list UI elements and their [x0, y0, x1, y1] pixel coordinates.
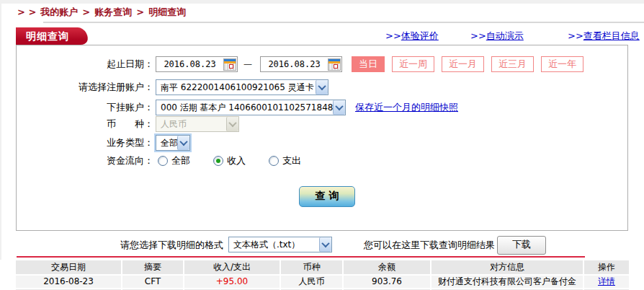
experience-feedback-link[interactable]: >>体验评价 [385, 30, 439, 43]
breadcrumb-account-query[interactable]: 账务查询 [94, 6, 132, 17]
breadcrumb-separator: > [82, 6, 90, 17]
link-prefix: >> [470, 30, 486, 41]
breadcrumb-my-account[interactable]: 我的账户 [40, 6, 78, 17]
fund-flow-option-all[interactable]: 全部 [158, 154, 190, 167]
quick-range-month-button[interactable]: 近一月 [442, 56, 484, 72]
tab-detail-query: 明细查询 [16, 27, 75, 45]
auto-demo-link[interactable]: >>自动演示 [470, 30, 524, 43]
breadcrumb-separator: > [136, 6, 144, 17]
chevron-down-icon[interactable] [177, 136, 189, 150]
link-prefix: >> [568, 30, 583, 41]
breadcrumb-prefix: > > [17, 6, 36, 17]
download-button[interactable]: 下载 [497, 236, 546, 255]
currency-select: 人民币 [156, 116, 239, 132]
chevron-down-icon[interactable] [333, 100, 345, 115]
top-edge-strip [0, 0, 644, 4]
calendar-icon[interactable] [328, 58, 341, 71]
download-format-label: 请您选择下载明细的格式 [0, 239, 223, 252]
quick-range-quarter-button[interactable]: 近三月 [491, 56, 534, 72]
chevron-down-icon [226, 117, 238, 131]
calendar-icon[interactable] [223, 58, 236, 71]
chevron-down-icon[interactable] [319, 237, 331, 252]
col-header-amount: 收入/支出 [184, 260, 279, 274]
business-type-row: 业务类型： 全部 [22, 134, 190, 151]
fund-flow-option-expense[interactable]: 支出 [269, 154, 301, 167]
table-row: 2016-08-23 CFT +95.00 人民币 903.76 财付通支付科技… [16, 276, 629, 288]
business-type-label: 业务类型： [22, 136, 153, 149]
table-top-divider [17, 256, 585, 258]
currency-label: 币 种： [22, 118, 153, 131]
radio-icon[interactable] [269, 156, 279, 166]
col-header-action: 操作 [584, 260, 629, 274]
cell-summary: CFT [122, 276, 183, 288]
col-header-counterparty: 对方信息 [431, 260, 583, 274]
cell-counterparty: 财付通支付科技有限公司客户备付金 [431, 276, 583, 288]
fund-flow-option-income[interactable]: 收入 [213, 154, 246, 167]
business-type-select[interactable]: 全部 [156, 135, 190, 151]
query-button[interactable]: 查 询 [299, 186, 355, 207]
start-date-input[interactable]: 2016.08.23 [156, 56, 238, 72]
sub-account-label: 下挂账户： [22, 101, 153, 114]
date-range-row: 起止日期： 2016.08.23 — 2016.08.23 当日 近一周 近一月… [22, 56, 583, 73]
date-range-label: 起止日期： [22, 58, 153, 71]
table-header-row: 交易日期 摘要 收入/支出 币种 余额 对方信息 操作 [16, 260, 629, 274]
fund-flow-row: 资金流向： 全部 收入 支出 [22, 152, 320, 170]
cell-date: 2016-08-23 [16, 276, 121, 288]
radio-icon[interactable] [158, 156, 168, 166]
cell-balance: 903.76 [344, 276, 430, 288]
transactions-table: 交易日期 摘要 收入/支出 币种 余额 对方信息 操作 2016-08-23 C… [16, 260, 629, 290]
radio-checked-icon[interactable] [213, 156, 223, 166]
sub-account-row: 下挂账户： 000 活期 基本户 1406600101102571848 保存近… [22, 99, 458, 116]
left-edge-strip [0, 0, 1, 260]
sub-account-select[interactable]: 000 活期 基本户 1406600101102571848 [156, 100, 346, 115]
link-prefix: >> [385, 30, 401, 41]
cell-action: 详情 [584, 276, 629, 288]
view-column-info-link[interactable]: >>查看栏目信息 [568, 30, 640, 43]
col-header-balance: 余额 [344, 260, 430, 274]
end-date-input[interactable]: 2016.08.23 [260, 56, 342, 72]
query-form-panel: 起止日期： 2016.08.23 — 2016.08.23 当日 近一周 近一月… [16, 45, 628, 231]
breadcrumb-detail-query[interactable]: 明细查询 [148, 6, 186, 17]
download-hint-text: 您可以在这里下载查询明细结果 [364, 239, 495, 252]
breadcrumb: > >我的账户>账务查询>明细查询 [17, 6, 186, 19]
register-account-select[interactable]: 南平 6222001406100921065 灵通卡 [156, 79, 328, 95]
date-range-dash: — [243, 59, 252, 69]
col-header-currency: 币种 [281, 260, 342, 274]
cell-amount: +95.00 [184, 276, 279, 288]
col-header-summary: 摘要 [122, 260, 183, 274]
cell-currency: 人民币 [281, 276, 342, 288]
chevron-down-icon[interactable] [316, 80, 328, 95]
quick-range-year-button[interactable]: 近一年 [541, 56, 583, 72]
detail-link[interactable]: 详情 [598, 276, 615, 286]
quick-range-today-button[interactable]: 当日 [352, 56, 385, 72]
quick-range-week-button[interactable]: 近一周 [392, 56, 434, 72]
download-format-select[interactable]: 文本格式（.txt） [228, 237, 332, 252]
register-account-row: 请选择注册账户： 南平 6222001406100921065 灵通卡 [22, 79, 328, 96]
header-divider [43, 22, 644, 23]
save-monthly-snapshot-link[interactable]: 保存近一个月的明细快照 [355, 101, 458, 114]
fund-flow-label: 资金流向： [22, 154, 153, 167]
register-account-label: 请选择注册账户： [22, 81, 153, 94]
col-header-date: 交易日期 [16, 260, 121, 274]
currency-row: 币 种： 人民币 [22, 115, 239, 133]
